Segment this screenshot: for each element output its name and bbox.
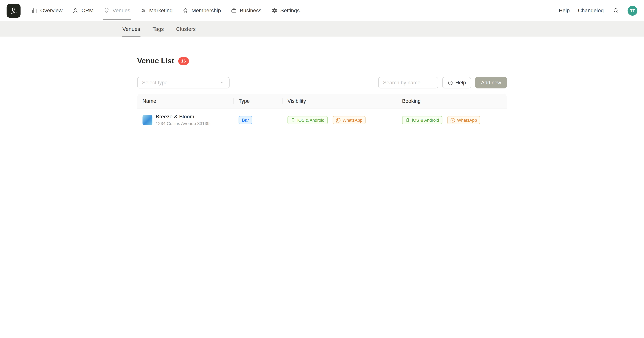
visibility-whatsapp-badge: WhatsApp [333, 116, 366, 124]
venue-address: 1234 Collins Avenue 33139 [156, 121, 210, 127]
nav-label: Settings [280, 8, 300, 14]
brand-logo[interactable] [6, 4, 20, 18]
table-row[interactable]: Breeze & Bloom 1234 Collins Avenue 33139… [137, 109, 507, 129]
booking-whatsapp-badge: WhatsApp [447, 116, 480, 124]
secondary-tabs: Venues Tags Clusters [0, 22, 644, 37]
tab-clusters[interactable]: Clusters [176, 22, 196, 37]
nav-item-overview[interactable]: Overview [26, 0, 68, 21]
search-icon[interactable] [612, 7, 619, 14]
badge-label: WhatsApp [457, 117, 477, 123]
venue-type-cell: Bar [233, 116, 282, 124]
app-screen: Overview CRM Venues Marketing Membership… [0, 0, 644, 129]
help-button-label: Help [455, 80, 466, 86]
badge-label: iOS & Android [297, 117, 324, 123]
badge-label: iOS & Android [412, 117, 439, 123]
add-new-button[interactable]: Add new [475, 77, 507, 88]
filter-bar: Select type Help Add new [137, 77, 507, 88]
booking-cell: iOS & Android WhatsApp [397, 116, 507, 124]
table-body: Breeze & Bloom 1234 Collins Avenue 33139… [137, 109, 507, 129]
tab-venues[interactable]: Venues [122, 22, 141, 37]
type-select[interactable]: Select type [137, 77, 230, 88]
column-header-type: Type [233, 94, 282, 108]
venue-type-tag: Bar [239, 116, 252, 124]
booking-ios-android-badge: iOS & Android [402, 116, 442, 124]
venue-name-cell: Breeze & Bloom 1234 Collins Avenue 33139 [137, 110, 233, 129]
venue-thumbnail [142, 115, 152, 125]
page-title-bar: Venue List 16 [137, 57, 189, 65]
changelog-link[interactable]: Changelog [578, 8, 604, 14]
search-input[interactable] [378, 77, 438, 88]
tab-tags[interactable]: Tags [152, 22, 164, 37]
top-navigation: Overview CRM Venues Marketing Membership… [0, 0, 644, 22]
nav-item-venues[interactable]: Venues [98, 0, 135, 21]
briefcase-icon [231, 8, 237, 14]
nav-item-membership[interactable]: Membership [178, 0, 226, 21]
primary-nav: Overview CRM Venues Marketing Membership… [26, 0, 304, 21]
filter-actions: Help Add new [378, 77, 507, 88]
chevron-down-icon [220, 80, 225, 85]
mobile-phone-icon [405, 118, 410, 122]
question-circle-icon [448, 80, 453, 85]
nav-label: Marketing [149, 8, 173, 14]
venue-table: Name Type Visibility Booking Breeze & Bl… [137, 94, 507, 129]
nav-item-business[interactable]: Business [226, 0, 266, 21]
venue-count-badge: 16 [178, 57, 189, 65]
star-icon [182, 8, 188, 14]
nav-label: Venues [112, 8, 130, 14]
avatar[interactable]: TT [628, 6, 638, 16]
nav-label: CRM [82, 8, 94, 14]
venue-name: Breeze & Bloom [156, 114, 210, 120]
column-header-name: Name [137, 94, 233, 108]
nav-label: Membership [192, 8, 221, 14]
gear-icon [271, 8, 277, 14]
nav-label: Overview [40, 8, 62, 14]
visibility-cell: iOS & Android WhatsApp [282, 116, 397, 124]
visibility-ios-android-badge: iOS & Android [288, 116, 328, 124]
nav-right-group: Help Changelog TT [559, 6, 638, 16]
badge-label: WhatsApp [342, 117, 362, 123]
location-pin-icon [104, 8, 110, 14]
mobile-phone-icon [291, 118, 295, 122]
nav-item-crm[interactable]: CRM [68, 0, 98, 21]
nav-item-marketing[interactable]: Marketing [135, 0, 178, 21]
help-button[interactable]: Help [442, 77, 471, 88]
table-header: Name Type Visibility Booking [137, 94, 507, 109]
brand-logo-icon [9, 6, 18, 15]
user-icon [72, 8, 78, 14]
nav-label: Business [240, 8, 262, 14]
bar-chart-icon [31, 8, 38, 14]
column-header-booking: Booking [397, 94, 507, 108]
page-title: Venue List [137, 57, 174, 65]
type-select-placeholder: Select type [142, 80, 168, 86]
whatsapp-icon [336, 118, 340, 122]
nav-item-settings[interactable]: Settings [266, 0, 304, 21]
whatsapp-icon [450, 118, 455, 122]
column-header-visibility: Visibility [282, 94, 397, 108]
help-link[interactable]: Help [559, 8, 570, 14]
megaphone-icon [140, 8, 146, 14]
